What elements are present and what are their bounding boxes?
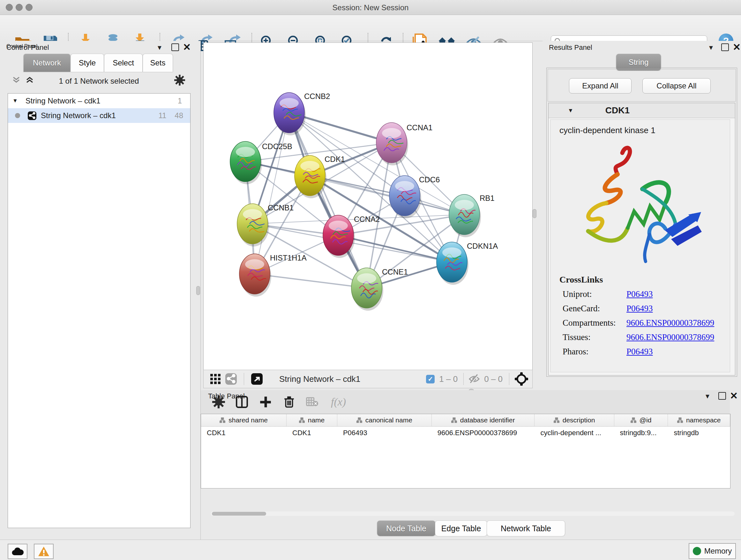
section-expander-icon[interactable]: ▼ xyxy=(568,107,574,114)
node-label-CCNB2: CCNB2 xyxy=(304,92,330,101)
collapse-panel-icon[interactable]: ▼ xyxy=(708,44,714,51)
node-CDKN1A[interactable]: CDKN1A xyxy=(436,242,498,285)
node-CCNA1[interactable]: CCNA1 xyxy=(376,123,432,165)
crosslink-link[interactable]: P06493 xyxy=(626,347,653,357)
expand-all-button[interactable]: Expand All xyxy=(569,78,631,94)
close-panel-icon[interactable]: ✕ xyxy=(183,44,191,51)
column-header-@id[interactable]: @id xyxy=(614,414,668,426)
node-label-CDC25B: CDC25B xyxy=(262,142,292,151)
tree-expander-icon[interactable]: ▼ xyxy=(12,98,18,104)
node-CCNB2[interactable]: CCNB2 xyxy=(274,92,330,135)
title-bar: Session: New Session xyxy=(0,0,741,15)
tab-edge-table[interactable]: Edge Table xyxy=(435,520,487,536)
collapse-all-button[interactable]: Collapse All xyxy=(643,78,711,94)
crosslink-link[interactable]: P06493 xyxy=(626,289,653,299)
status-bar: Memory xyxy=(0,540,741,560)
cell-database-identifier[interactable]: 9606.ENSP00000378699 xyxy=(432,429,535,437)
collapse-panel-icon[interactable]: ▼ xyxy=(704,393,711,400)
function-builder-icon[interactable]: f(x) xyxy=(331,396,346,408)
crosslink-link[interactable]: 9606.ENSP00000378699 xyxy=(626,318,714,328)
memory-status-icon xyxy=(693,547,701,555)
float-panel-icon[interactable] xyxy=(718,392,726,400)
column-type-icon xyxy=(451,417,457,423)
gene-section: ▼ CDK1 cyclin-dependent kinase 1 xyxy=(548,103,735,375)
crosslink-link[interactable]: P06493 xyxy=(626,304,653,314)
network-collection-row[interactable]: ▼ String Network – cdk1 1 xyxy=(8,94,190,108)
cloud-button[interactable] xyxy=(8,544,27,559)
close-panel-icon[interactable]: ✕ xyxy=(730,393,738,399)
cell-shared-name[interactable]: CDK1 xyxy=(201,429,286,437)
float-panel-icon[interactable] xyxy=(721,44,729,51)
memory-button[interactable]: Memory xyxy=(689,543,736,559)
column-type-icon xyxy=(219,417,225,423)
node-CCNE1[interactable]: CCNE1 xyxy=(351,267,408,311)
tab-node-table[interactable]: Node Table xyxy=(377,520,435,536)
crosslinks-list: Uniprot: P06493GeneCard: P06493Compartme… xyxy=(550,289,730,357)
collapse-all-networks-icon[interactable] xyxy=(11,75,21,85)
table-panel-title: Table Panel xyxy=(208,392,245,400)
node-CDC6[interactable]: CDC6 xyxy=(389,175,440,219)
network-canvas[interactable]: CCNB2CCNA1CDC25BCDK1CDC6RB1CCNB1CCNA2CDK… xyxy=(203,43,533,370)
network-share-icon[interactable] xyxy=(225,373,237,385)
node-RB1[interactable]: RB1 xyxy=(449,194,495,237)
table-toolbar: f(x) xyxy=(201,390,730,414)
edge-count: 48 xyxy=(175,111,183,120)
node-CCNA2[interactable]: CCNA2 xyxy=(323,215,380,258)
edge-CDK1-RB1[interactable] xyxy=(310,176,464,214)
cell-canonical-name[interactable]: P06493 xyxy=(337,429,432,437)
table-row[interactable]: CDK1CDK1P064939606.ENSP00000378699cyclin… xyxy=(201,427,730,439)
node-table[interactable]: shared namenamecanonical namedatabase id… xyxy=(201,414,731,489)
network-options-gear-icon[interactable] xyxy=(174,75,185,85)
tab-sets[interactable]: Sets xyxy=(143,54,173,72)
birds-eye-view-icon[interactable] xyxy=(515,372,529,386)
detach-view-button[interactable] xyxy=(251,373,263,385)
column-header-description[interactable]: description xyxy=(535,414,614,426)
warning-button[interactable] xyxy=(34,544,54,559)
collapse-panel-icon[interactable]: ▼ xyxy=(156,44,163,51)
left-splitter-handle[interactable] xyxy=(196,286,200,295)
crosslink-label: GeneCard: xyxy=(562,304,626,314)
column-header-namespace[interactable]: namespace xyxy=(668,414,730,426)
selected-nodes-checkbox[interactable]: ✓ xyxy=(426,375,434,383)
node-label-CCNE1: CCNE1 xyxy=(382,267,408,276)
expand-all-networks-icon[interactable] xyxy=(25,75,35,85)
close-panel-icon[interactable]: ✕ xyxy=(733,44,741,51)
cell-@id[interactable]: stringdb:9... xyxy=(614,429,668,437)
delete-column-icon[interactable] xyxy=(283,396,295,408)
float-panel-icon[interactable] xyxy=(172,44,179,51)
column-header-name[interactable]: name xyxy=(286,414,337,426)
column-header-canonical-name[interactable]: canonical name xyxy=(337,414,432,426)
tab-style[interactable]: Style xyxy=(71,54,104,72)
hidden-eye-slash-icon[interactable] xyxy=(468,374,480,384)
column-header-database-identifier[interactable]: database identifier xyxy=(432,414,535,426)
tab-network-table[interactable]: Network Table xyxy=(487,520,565,536)
crosslink-link[interactable]: 9606.ENSP00000378699 xyxy=(626,332,714,342)
node-label-CDKN1A: CDKN1A xyxy=(467,242,498,250)
edge-CCNB2-HIST1H1A[interactable] xyxy=(255,113,289,274)
column-header-shared-name[interactable]: shared name xyxy=(201,414,286,426)
cell-name[interactable]: CDK1 xyxy=(286,429,337,437)
network-selector-text: 1 of 1 Network selected xyxy=(38,77,159,85)
delete-table-icon[interactable] xyxy=(306,397,319,407)
node-CCNB1[interactable]: CCNB1 xyxy=(237,203,293,246)
crosslink-row: Compartments: 9606.ENSP00000378699 xyxy=(562,318,730,328)
edge-CCNA2-CDKN1A[interactable] xyxy=(338,235,452,262)
tab-select[interactable]: Select xyxy=(104,54,143,72)
gene-section-content: cyclin-dependent kinase 1 xyxy=(550,119,730,372)
network-type-icon xyxy=(28,111,37,120)
window-title: Session: New Session xyxy=(0,3,741,12)
network-row-selected[interactable]: String Network – cdk1 11 48 xyxy=(8,108,190,123)
node-CDC25B[interactable]: CDC25B xyxy=(230,141,292,184)
right-splitter-handle[interactable] xyxy=(533,209,536,218)
grid-view-icon[interactable] xyxy=(210,374,221,384)
cell-description[interactable]: cyclin-dependent ... xyxy=(535,429,614,437)
node-HIST1H1A[interactable]: HIST1H1A xyxy=(239,253,307,297)
gene-section-header[interactable]: ▼ CDK1 xyxy=(549,103,735,118)
control-panel: Control Panel Control Panel ▼ ✕ NetworkS… xyxy=(0,41,201,540)
tab-string[interactable]: String xyxy=(616,54,661,71)
add-column-icon[interactable] xyxy=(259,396,272,408)
cell-namespace[interactable]: stringdb xyxy=(668,429,730,437)
edge-HIST1H1A-CCNE1[interactable] xyxy=(255,274,367,288)
tab-network[interactable]: Network xyxy=(23,54,71,72)
warning-icon xyxy=(38,546,50,557)
